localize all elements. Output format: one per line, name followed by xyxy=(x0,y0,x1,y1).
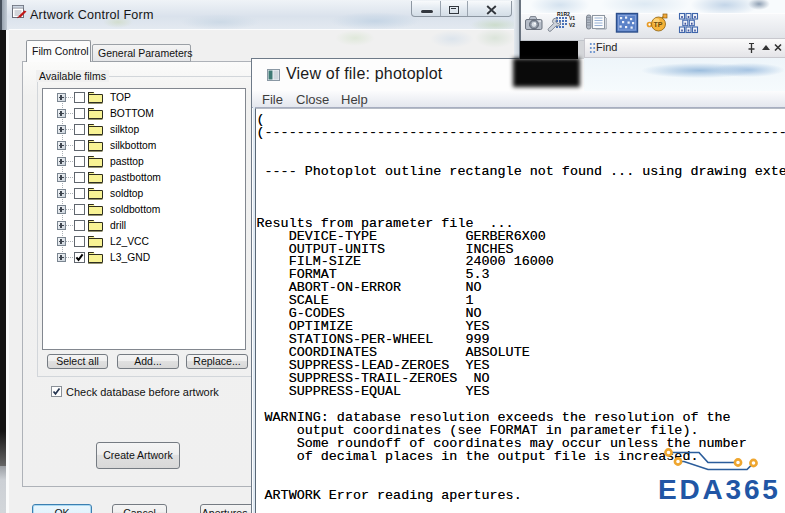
svg-text:V2: V2 xyxy=(569,22,575,28)
svg-text:V1: V1 xyxy=(569,15,575,21)
svg-text:TP: TP xyxy=(654,21,663,28)
